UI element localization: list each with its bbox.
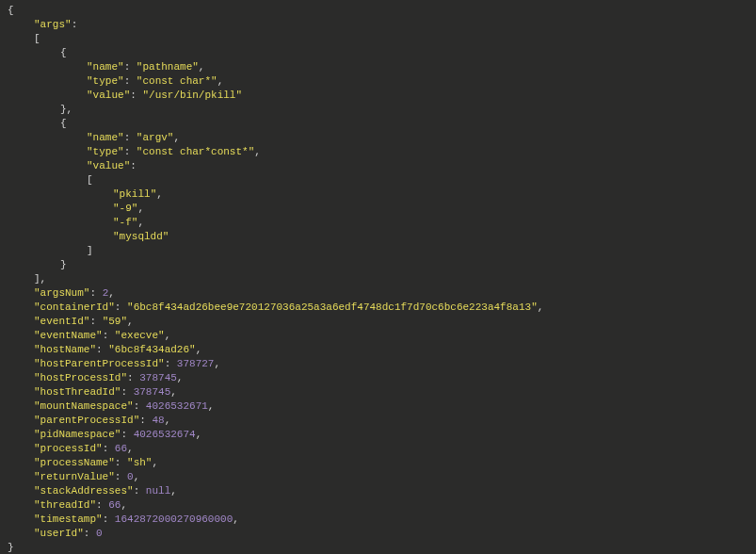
brace-close: } bbox=[8, 258, 748, 272]
field-value: "value": "/usr/bin/pkill" bbox=[8, 89, 748, 103]
field-parentProcessId: "parentProcessId": 48, bbox=[8, 414, 748, 428]
field-eventId: "eventId": "59", bbox=[8, 315, 748, 329]
field-args: "args": bbox=[8, 18, 748, 32]
bracket-close: ], bbox=[8, 272, 748, 286]
brace-close: } bbox=[8, 541, 748, 554]
field-eventName: "eventName": "execve", bbox=[8, 329, 748, 343]
field-processName: "processName": "sh", bbox=[8, 456, 748, 470]
brace-close: }, bbox=[8, 103, 748, 117]
field-name: "name": "pathname", bbox=[8, 60, 748, 74]
field-hostName: "hostName": "6bc8f434ad26", bbox=[8, 343, 748, 357]
field-type: "type": "const char*const*", bbox=[8, 145, 748, 159]
field-name: "name": "argv", bbox=[8, 131, 748, 145]
brace-open: { bbox=[8, 117, 748, 131]
field-value: "value": bbox=[8, 159, 748, 173]
bracket-open: [ bbox=[8, 173, 748, 187]
field-hostProcessId: "hostProcessId": 378745, bbox=[8, 371, 748, 385]
field-hostParentProcessId: "hostParentProcessId": 378727, bbox=[8, 357, 748, 371]
field-argsNum: "argsNum": 2, bbox=[8, 286, 748, 301]
brace-open: { bbox=[8, 4, 748, 18]
brace-open: { bbox=[8, 46, 748, 60]
field-containerId: "containerId": "6bc8f434ad26bee9e7201270… bbox=[8, 301, 748, 315]
field-type: "type": "const char*", bbox=[8, 74, 748, 89]
field-hostThreadId: "hostThreadId": 378745, bbox=[8, 385, 748, 399]
bracket-close: ] bbox=[8, 244, 748, 258]
field-pidNamespace: "pidNamespace": 4026532674, bbox=[8, 428, 748, 442]
array-item: "pkill", bbox=[8, 187, 748, 202]
field-processId: "processId": 66, bbox=[8, 442, 748, 456]
field-userId: "userId": 0 bbox=[8, 527, 748, 541]
array-item: "mysqldd" bbox=[8, 230, 748, 244]
json-viewer: { "args": [ { "name": "pathname", "type"… bbox=[8, 4, 748, 554]
field-returnValue: "returnValue": 0, bbox=[8, 470, 748, 484]
field-mountNamespace: "mountNamespace": 4026532671, bbox=[8, 399, 748, 414]
field-timestamp: "timestamp": 1642872000270960000, bbox=[8, 513, 748, 527]
bracket-open: [ bbox=[8, 32, 748, 46]
array-item: "-f", bbox=[8, 216, 748, 230]
array-item: "-9", bbox=[8, 202, 748, 216]
field-threadId: "threadId": 66, bbox=[8, 498, 748, 513]
field-stackAddresses: "stackAddresses": null, bbox=[8, 484, 748, 498]
